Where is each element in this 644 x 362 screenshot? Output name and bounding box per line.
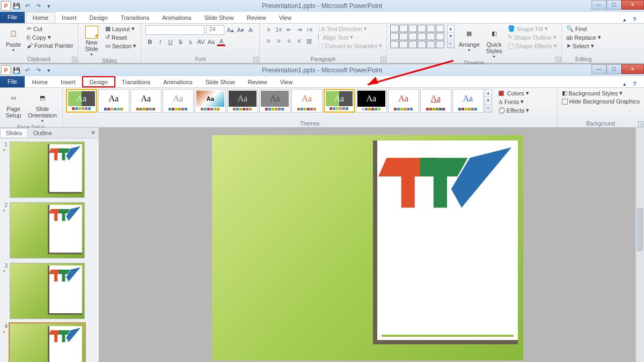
shape-effects-button[interactable]: ◯Shape Effects ▾ bbox=[507, 42, 558, 50]
theme-item[interactable]: Aa bbox=[130, 89, 162, 113]
help-icon-2[interactable]: ? bbox=[633, 80, 636, 87]
align-text-button[interactable]: ⎢Align Text ▾ bbox=[317, 33, 383, 41]
scrollbar-thumb[interactable] bbox=[637, 208, 643, 251]
font-color-icon[interactable]: A bbox=[217, 38, 225, 46]
tab-view[interactable]: View bbox=[273, 12, 298, 23]
drawing-dialog-icon[interactable]: ↘ bbox=[555, 57, 561, 62]
section-button[interactable]: ▭Section ▾ bbox=[104, 42, 138, 50]
clipboard-dialog-icon[interactable]: ↘ bbox=[72, 57, 77, 62]
save-icon[interactable]: 💾 bbox=[12, 1, 21, 11]
shapes-gallery[interactable] bbox=[390, 25, 445, 48]
shapes-scroll[interactable]: ▲▼≡ bbox=[447, 25, 455, 48]
spacing-icon[interactable]: AV bbox=[196, 38, 205, 46]
themes-gallery[interactable]: Aa Aa Aa Aa Aa Aa Aa Aa Aa Aa Aa Aa Aa ▲… bbox=[66, 89, 492, 113]
replace-button[interactable]: abReplace ▾ bbox=[565, 33, 602, 41]
theme-item[interactable]: Aa bbox=[452, 89, 484, 113]
tab-home[interactable]: Home bbox=[26, 12, 55, 23]
arrange-button[interactable]: ▦Arrange▼ bbox=[457, 25, 482, 53]
tab-transitions-2[interactable]: Transitions bbox=[115, 76, 157, 87]
columns-icon[interactable]: ▥ bbox=[305, 36, 313, 45]
minimize-button-2[interactable]: — bbox=[591, 64, 606, 74]
colors-button[interactable]: Colors ▾ bbox=[497, 89, 530, 97]
tab-file-2[interactable]: File bbox=[0, 76, 25, 87]
numbering-icon[interactable]: 1≡ bbox=[274, 25, 283, 34]
fonts-button[interactable]: AFonts ▾ bbox=[497, 98, 530, 106]
shadow-icon[interactable]: ꜱ bbox=[186, 38, 195, 46]
cut-button[interactable]: ✂Cut bbox=[26, 25, 75, 33]
hide-graphics-checkbox[interactable]: Hide Background Graphics bbox=[561, 98, 641, 105]
shrink-font-icon[interactable]: A▾ bbox=[236, 26, 245, 34]
slide-thumb-selected[interactable] bbox=[10, 323, 85, 362]
thumb-3[interactable]: 3✦ bbox=[2, 263, 97, 319]
close-button[interactable]: ✕ bbox=[621, 0, 644, 10]
effects-button[interactable]: ◯Effects ▾ bbox=[497, 106, 530, 114]
theme-item-selected[interactable]: Aa bbox=[324, 89, 355, 113]
align-left-icon[interactable]: ≡ bbox=[264, 36, 273, 45]
paragraph-dialog-icon[interactable]: ↘ bbox=[380, 57, 386, 62]
quick-styles-button[interactable]: ◧Quick Styles▼ bbox=[484, 25, 504, 60]
thumb-1[interactable]: 1✦ bbox=[2, 142, 97, 198]
case-icon[interactable]: Aa bbox=[207, 38, 215, 46]
theme-item[interactable]: Aa bbox=[291, 89, 323, 113]
qat-customize-icon[interactable]: ▾ bbox=[44, 1, 54, 11]
justify-icon[interactable]: ≡ bbox=[295, 36, 303, 45]
maximize-button[interactable]: ☐ bbox=[606, 0, 621, 10]
thumb-2[interactable]: 2✦ bbox=[2, 202, 97, 258]
pane-tab-slides[interactable]: Slides bbox=[0, 128, 28, 137]
slide-thumb[interactable] bbox=[10, 263, 85, 319]
theme-item[interactable]: Aa bbox=[66, 89, 97, 113]
tab-slideshow-2[interactable]: Slide Show bbox=[199, 76, 241, 87]
tab-insert[interactable]: Insert bbox=[55, 12, 83, 23]
background-styles-button[interactable]: ◧Background Styles ▾ bbox=[561, 89, 641, 97]
tab-review[interactable]: Review bbox=[240, 12, 273, 23]
redo-icon-2[interactable]: ↷ bbox=[33, 65, 43, 75]
tab-transitions[interactable]: Transitions bbox=[114, 12, 156, 23]
theme-item[interactable]: Aa bbox=[388, 89, 419, 113]
reset-button[interactable]: ↺Reset bbox=[104, 33, 138, 41]
underline-icon[interactable]: U bbox=[166, 38, 174, 46]
undo-icon-2[interactable]: ↶ bbox=[23, 65, 32, 75]
align-right-icon[interactable]: ≡ bbox=[284, 36, 293, 45]
bold-icon[interactable]: B bbox=[145, 38, 154, 46]
save-icon-2[interactable]: 💾 bbox=[12, 65, 21, 75]
slide-thumb[interactable] bbox=[10, 142, 85, 198]
tab-design[interactable]: Design bbox=[83, 12, 114, 23]
minimize-ribbon-icon[interactable]: ▴ bbox=[623, 16, 626, 23]
dec-indent-icon[interactable]: ⇤ bbox=[284, 25, 293, 34]
pane-close-icon[interactable]: ✕ bbox=[87, 129, 99, 136]
slide-thumb[interactable] bbox=[10, 202, 85, 258]
help-icon[interactable]: ? bbox=[633, 16, 636, 23]
clear-format-icon[interactable]: A̶ bbox=[246, 26, 255, 34]
theme-item[interactable]: Aa bbox=[259, 89, 290, 113]
paste-button[interactable]: 📋 Paste ▼ bbox=[3, 25, 24, 53]
page-setup-button[interactable]: ▭Page Setup bbox=[3, 89, 24, 120]
minimize-button[interactable]: — bbox=[591, 0, 606, 10]
minimize-ribbon-icon-2[interactable]: ▴ bbox=[623, 80, 626, 87]
tab-animations-2[interactable]: Animations bbox=[157, 76, 199, 87]
background-dialog-icon[interactable]: ↘ bbox=[638, 121, 643, 127]
tab-design-2[interactable]: Design bbox=[82, 76, 115, 87]
format-painter-button[interactable]: 🖌Format Painter bbox=[26, 42, 75, 49]
tab-review-2[interactable]: Review bbox=[241, 76, 274, 87]
shape-fill-button[interactable]: 🪣Shape Fill ▾ bbox=[507, 25, 558, 33]
theme-item[interactable]: Aa bbox=[356, 89, 387, 113]
theme-item[interactable]: Aa bbox=[420, 89, 451, 113]
thumb-4[interactable]: 4✦ bbox=[2, 323, 97, 362]
qat-customize-icon-2[interactable]: ▾ bbox=[44, 65, 54, 75]
undo-icon[interactable]: ↶ bbox=[23, 1, 32, 11]
tab-home-2[interactable]: Home bbox=[26, 76, 54, 87]
close-button-2[interactable]: ✕ bbox=[621, 64, 644, 74]
font-dialog-icon[interactable]: ↘ bbox=[253, 57, 259, 62]
text-direction-button[interactable]: ↕AText Direction ▾ bbox=[317, 25, 383, 33]
vertical-scrollbar[interactable] bbox=[635, 128, 644, 362]
theme-item[interactable]: Aa bbox=[227, 89, 258, 113]
maximize-button-2[interactable]: ☐ bbox=[606, 64, 621, 74]
current-slide[interactable] bbox=[212, 135, 523, 360]
bullets-icon[interactable]: ≡ bbox=[264, 25, 273, 34]
new-slide-button[interactable]: ✦ New Slide ▼ bbox=[82, 25, 102, 57]
copy-button[interactable]: ⎘Copy ▾ bbox=[26, 33, 75, 41]
inc-indent-icon[interactable]: ⇥ bbox=[295, 25, 303, 34]
find-button[interactable]: 🔍Find bbox=[565, 25, 602, 33]
select-button[interactable]: ➤Select ▾ bbox=[565, 42, 602, 50]
redo-icon[interactable]: ↷ bbox=[33, 1, 43, 11]
